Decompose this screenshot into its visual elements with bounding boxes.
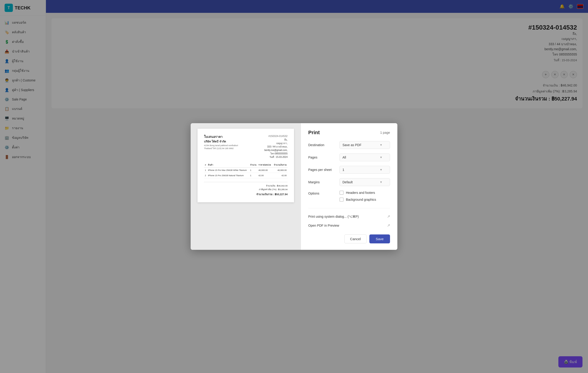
pages-select[interactable]: All ▼ [339,153,390,161]
invoice-paper: ใบเสนอราคา บริษัท โค้ดบี จำกัด 41/94 Bon… [198,129,294,202]
pps-arrow: ▼ [380,168,382,171]
margins-arrow: ▼ [380,181,382,184]
company-addr2: Thailand โทร (123) 94 185 9992 [204,147,238,150]
print-dialog: ใบเสนอราคา บริษัท โค้ดบี จำกัด 41/94 Bon… [191,123,397,250]
pps-select[interactable]: 1 ▼ [339,166,390,174]
row-unit-price: 42.00 [257,173,272,178]
print-title: Print [308,130,320,136]
pages-label: Pages [308,156,336,159]
margins-label: Margins [308,180,336,184]
pps-select-wrapper: 1 ▼ [339,166,390,174]
headers-footers-option[interactable]: Headers and footers [339,191,390,195]
company-addr1: 41/94 Bong tarad pakkred nonthaburi [204,144,238,147]
system-dialog-label: Print using system dialog... (⌥⌘P) [308,215,359,218]
to-label-paper: ถึง, [264,138,288,141]
col-total: จำนวนเงินรวม [273,162,288,168]
invoice-paper-title: ใบเสนอราคา [204,134,238,139]
destination-row: Destination Save as PDF ▼ [308,141,390,149]
destination-arrow: ▼ [380,143,382,147]
destination-select[interactable]: Save as PDF ▼ [339,141,390,149]
col-product: สินค้า [207,162,249,168]
headers-footers-label: Headers and footers [346,191,375,194]
open-pdf-row[interactable]: Open PDF in Preview ↗ [308,221,390,230]
system-dialog-row[interactable]: Print using system dialog... (⌥⌘P) ↗ [308,212,390,221]
divider [308,208,390,208]
pages-per-sheet-label: Pages per sheet [308,168,336,171]
pages-value: All [342,156,346,159]
invoice-preview-pane: ใบเสนอราคา บริษัท โค้ดบี จำกัด 41/94 Bon… [191,123,301,250]
print-overlay: ใบเสนอราคา บริษัท โค้ดบี จำกัด 41/94 Bon… [0,0,588,373]
external-link-icon-2: ↗ [387,223,390,228]
row-num: 2 [204,173,207,178]
page-count: 1 page [380,131,390,134]
invoice-paper-number: #150324-014532 [264,134,288,138]
background-graphics-label: Background graphics [346,198,376,202]
headers-footers-checkbox[interactable] [339,191,344,195]
pages-arrow: ▼ [380,156,382,159]
col-price: ราคาต่อหน่วย [257,162,272,168]
row-unit-price: 46,900.00 [257,167,272,173]
open-pdf-label: Open PDF in Preview [308,224,339,227]
recipient-addr-paper: 333 / 44 บางบัวทอง, [264,145,288,148]
recipient-email-paper: bently.me@gmail.com, [264,148,288,152]
row-total: 46,900.00 [273,167,288,173]
invoice-paper-totals: จำนวนเงิน : ฿46,942.00 ภาษีมูลค่าเพิ่ม (… [204,182,288,197]
options-row: Options Headers and footers Background g… [308,191,390,202]
company-name: บริษัท โค้ดบี จำกัด [204,139,238,144]
background-graphics-checkbox[interactable] [339,198,344,202]
margins-row: Margins Default ▼ [308,178,390,186]
margins-select-wrapper: Default ▼ [339,178,390,186]
row-num: 1 [204,167,207,173]
cancel-button[interactable]: Cancel [344,234,367,243]
pps-value: 1 [342,168,344,171]
margins-select[interactable]: Default ▼ [339,178,390,186]
paper-grand-total: จำนวนเงินรวม : ฿50,227.94 [204,192,288,197]
print-panel-header: Print 1 page [308,130,390,136]
col-num: # [204,162,207,168]
table-header-row: # สินค้า จำนวน ราคาต่อหน่วย จำนวนเงินรวม [204,162,288,168]
options-checks: Headers and footers Background graphics [339,191,390,202]
pages-select-wrapper: All ▼ [339,153,390,161]
background-graphics-option[interactable]: Background graphics [339,198,390,202]
invoice-table-body: 1 iPhone 15 Pro Max 256GB White Titanium… [204,167,288,178]
dialog-footer: Cancel Save [308,234,390,243]
destination-select-wrapper: Save as PDF ▼ [339,141,390,149]
row-product: iPhone 15 Pro Max 256GB White Titanium [207,167,249,173]
row-product: iPhone 15 Pro 256GB Natural Titanium [207,173,249,178]
pages-row: Pages All ▼ [308,153,390,161]
row-total: 42.00 [273,173,288,178]
col-qty: จำนวน [249,162,257,168]
table-row: 2 iPhone 15 Pro 256GB Natural Titanium 1… [204,173,288,178]
external-link-icon-1: ↗ [387,214,390,219]
row-qty: 1 [249,173,257,178]
paper-vat: ภาษีมูลค่าเพิ่ม (7%) : ฿3,285.94 [204,188,288,191]
invoice-left: ใบเสนอราคา บริษัท โค้ดบี จำกัด 41/94 Bon… [204,134,238,159]
destination-label: Destination [308,143,336,147]
options-label: Options [308,191,336,195]
paper-subtotal: จำนวนเงิน : ฿46,942.00 [204,184,288,188]
invoice-paper-header: ใบเสนอราคา บริษัท โค้ดบี จำกัด 41/94 Bon… [204,134,288,159]
destination-value: Save as PDF [342,143,361,147]
recipient-phone-paper: โทร 0855555555 [264,152,288,155]
invoice-date-paper: วันที่ : 15-03-2024 [264,155,288,159]
margins-value: Default [342,180,353,184]
pages-per-sheet-row: Pages per sheet 1 ▼ [308,166,390,174]
table-row: 1 iPhone 15 Pro Max 256GB White Titanium… [204,167,288,173]
print-settings-panel: Print 1 page Destination Save as PDF ▼ P… [301,123,397,250]
row-qty: 1 [249,167,257,173]
save-button[interactable]: Save [369,234,390,243]
invoice-table: # สินค้า จำนวน ราคาต่อหน่วย จำนวนเงินรวม… [204,162,288,178]
invoice-to-section: #150324-014532 ถึง, เบญญาภา, 333 / 44 บา… [264,134,288,159]
recipient-name-paper: เบญญาภา, [264,141,288,145]
